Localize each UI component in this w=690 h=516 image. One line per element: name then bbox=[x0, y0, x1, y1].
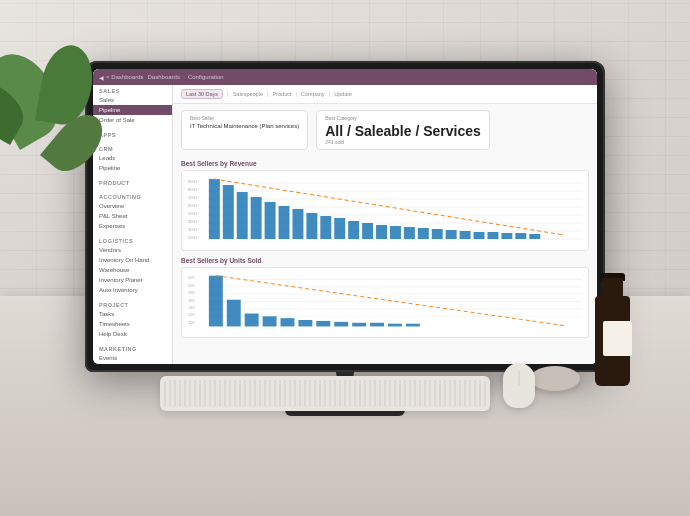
round-object bbox=[530, 366, 580, 391]
units-chart-container: 220 200 180 160 140 120 100 bbox=[181, 267, 589, 338]
svg-text:8000: 8000 bbox=[188, 187, 198, 192]
svg-rect-56 bbox=[263, 316, 277, 326]
svg-rect-21 bbox=[279, 206, 290, 239]
svg-rect-16 bbox=[209, 179, 220, 239]
breadcrumb-configuration[interactable]: Configuration bbox=[188, 74, 224, 80]
filter-sep4: | bbox=[329, 91, 331, 97]
sidebar-item-tasks[interactable]: Tasks bbox=[93, 309, 172, 319]
sidebar-item-events[interactable]: Events bbox=[93, 353, 172, 363]
svg-rect-59 bbox=[316, 321, 330, 327]
sidebar-item-auto-inventory[interactable]: Auto Inventory bbox=[93, 285, 172, 295]
main-content: Last 30 Days | Salespeople | Product | C… bbox=[173, 69, 597, 364]
svg-rect-20 bbox=[265, 202, 276, 239]
svg-rect-30 bbox=[404, 227, 415, 239]
svg-rect-61 bbox=[352, 323, 366, 327]
svg-rect-29 bbox=[390, 226, 401, 239]
svg-rect-39 bbox=[529, 234, 540, 239]
nav-breadcrumb: Dashboards › Configuration bbox=[148, 74, 224, 80]
sidebar-item-inventory-planer[interactable]: Inventory Planer bbox=[93, 275, 172, 285]
filter-update[interactable]: Update bbox=[334, 91, 352, 97]
svg-rect-38 bbox=[515, 233, 526, 239]
filter-company[interactable]: Company bbox=[301, 91, 325, 97]
svg-rect-32 bbox=[432, 229, 443, 239]
kpi-best-category-label: Best Category bbox=[325, 115, 481, 121]
breadcrumb-dashboards[interactable]: Dashboards bbox=[148, 74, 180, 80]
sidebar-item-timesheets[interactable]: Timesheets bbox=[93, 319, 172, 329]
filters-bar: Last 30 Days | Salespeople | Product | C… bbox=[173, 85, 597, 104]
svg-rect-57 bbox=[281, 318, 295, 326]
revenue-chart-title: Best Sellers by Revenue bbox=[181, 160, 589, 167]
svg-rect-34 bbox=[460, 231, 471, 239]
svg-rect-33 bbox=[446, 230, 457, 239]
sidebar-section-marketing: MARKETING Events bbox=[93, 343, 172, 363]
plant bbox=[0, 40, 110, 240]
svg-rect-31 bbox=[418, 228, 429, 239]
svg-rect-22 bbox=[292, 209, 303, 239]
svg-rect-60 bbox=[334, 322, 348, 327]
revenue-chart-container: 9000 8000 7000 6000 5000 4000 3000 2000 bbox=[181, 170, 589, 251]
top-nav: ◀ < Dashboards Dashboards › Configuratio… bbox=[93, 69, 597, 85]
svg-rect-64 bbox=[406, 324, 420, 327]
revenue-bar-chart: 9000 8000 7000 6000 5000 4000 3000 2000 bbox=[186, 175, 584, 245]
kpi-sold-count: 241 sold bbox=[325, 139, 481, 145]
svg-text:5000: 5000 bbox=[188, 211, 198, 216]
sidebar-item-warehouse[interactable]: Warehouse bbox=[93, 265, 172, 275]
svg-rect-36 bbox=[487, 232, 498, 239]
svg-rect-23 bbox=[306, 213, 317, 239]
svg-text:6000: 6000 bbox=[188, 203, 198, 208]
monitor-bezel: ◀ < Dashboards Dashboards › Configuratio… bbox=[85, 61, 605, 372]
svg-text:100: 100 bbox=[188, 321, 195, 325]
services-text: Services bbox=[423, 123, 481, 139]
svg-text:9000: 9000 bbox=[188, 179, 198, 184]
svg-text:200: 200 bbox=[188, 284, 195, 288]
svg-rect-19 bbox=[251, 197, 262, 239]
svg-text:140: 140 bbox=[188, 306, 195, 310]
svg-rect-55 bbox=[245, 314, 259, 327]
kpi-best-seller-label: Best Seller bbox=[190, 115, 299, 121]
svg-rect-54 bbox=[227, 300, 241, 327]
svg-rect-53 bbox=[209, 276, 223, 327]
revenue-chart-section: Best Sellers by Revenue 9000 8000 7000 6… bbox=[173, 156, 597, 364]
sidebar-header-project: PROJECT bbox=[93, 299, 172, 309]
svg-rect-63 bbox=[388, 324, 402, 327]
svg-text:160: 160 bbox=[188, 299, 195, 303]
svg-rect-26 bbox=[348, 221, 359, 239]
filter-sep1: | bbox=[227, 91, 229, 97]
svg-rect-18 bbox=[237, 192, 248, 239]
svg-rect-28 bbox=[376, 225, 387, 239]
keyboard bbox=[160, 376, 490, 411]
svg-rect-17 bbox=[223, 185, 234, 239]
dashboards-link[interactable]: < Dashboards bbox=[106, 74, 144, 80]
sidebar-section-project: PROJECT Tasks Timesheets Help Desk bbox=[93, 299, 172, 339]
kpi-best-category: Best Category All / Saleable / Services … bbox=[316, 110, 490, 150]
svg-text:220: 220 bbox=[188, 276, 195, 280]
svg-rect-24 bbox=[320, 216, 331, 239]
date-range-filter[interactable]: Last 30 Days bbox=[181, 89, 223, 99]
units-bar-chart: 220 200 180 160 140 120 100 bbox=[186, 272, 584, 332]
sidebar-section-logistics: LOGISTICS Vendors Inventory On Hand Ware… bbox=[93, 235, 172, 295]
odoo-app: ◀ < Dashboards Dashboards › Configuratio… bbox=[93, 69, 597, 364]
kpi-best-seller: Best Seller IT Technical Maintenance (Pl… bbox=[181, 110, 308, 150]
bottle bbox=[590, 276, 635, 386]
svg-text:7000: 7000 bbox=[188, 195, 198, 200]
filter-sep2: | bbox=[267, 91, 269, 97]
sidebar-header-marketing: MARKETING bbox=[93, 343, 172, 353]
svg-text:120: 120 bbox=[188, 313, 195, 317]
sidebar-item-inventory-onhand[interactable]: Inventory On Hand bbox=[93, 255, 172, 265]
sidebar-item-vendors[interactable]: Vendors bbox=[93, 245, 172, 255]
svg-rect-25 bbox=[334, 218, 345, 239]
monitor-screen: ◀ < Dashboards Dashboards › Configuratio… bbox=[93, 69, 597, 364]
svg-rect-58 bbox=[298, 320, 312, 326]
svg-rect-37 bbox=[501, 233, 512, 239]
filter-product[interactable]: Product bbox=[273, 91, 292, 97]
svg-text:3000: 3000 bbox=[188, 227, 198, 232]
units-chart-title: Best Sellers by Units Sold bbox=[181, 257, 589, 264]
kpi-row: Best Seller IT Technical Maintenance (Pl… bbox=[173, 104, 597, 156]
svg-text:4000: 4000 bbox=[188, 219, 198, 224]
kpi-best-seller-value: IT Technical Maintenance (Plan services) bbox=[190, 123, 299, 129]
monitor: ◀ < Dashboards Dashboards › Configuratio… bbox=[85, 61, 605, 416]
filter-salespeople[interactable]: Salespeople bbox=[233, 91, 263, 97]
sidebar-item-helpdesk[interactable]: Help Desk bbox=[93, 329, 172, 339]
filter-sep3: | bbox=[295, 91, 297, 97]
svg-text:2000: 2000 bbox=[188, 235, 198, 240]
